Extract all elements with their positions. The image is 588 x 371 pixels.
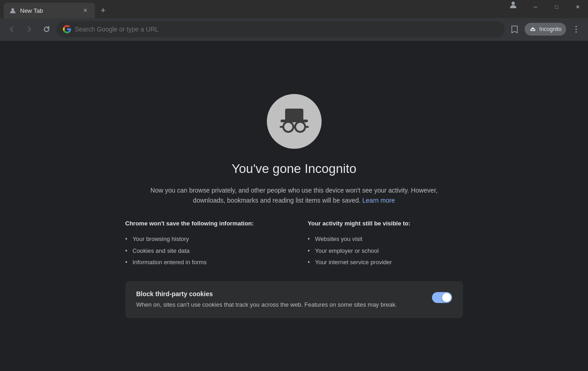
- tab-strip: New Tab ✕ +: [0, 0, 109, 18]
- svg-point-7: [576, 29, 577, 30]
- svg-point-6: [576, 26, 577, 27]
- tab-title-text: New Tab: [20, 7, 78, 14]
- incognito-chip-label: Incognito: [539, 26, 562, 32]
- maximize-button[interactable]: □: [546, 0, 567, 14]
- address-bar[interactable]: [57, 21, 505, 37]
- cookie-toggle-container: [432, 290, 452, 303]
- new-tab-button[interactable]: +: [97, 4, 109, 17]
- learn-more-link[interactable]: Learn more: [362, 197, 395, 204]
- main-content: You've gone Incognito Now you can browse…: [0, 41, 588, 371]
- page-description: Now you can browse privately, and other …: [135, 185, 454, 206]
- bookmark-button[interactable]: [507, 22, 522, 37]
- tab-close-button[interactable]: ✕: [81, 6, 89, 15]
- chrome-wont-save-list: Your browsing history Cookies and site d…: [125, 233, 281, 268]
- google-icon: [63, 25, 71, 33]
- incognito-chip-icon: [529, 26, 536, 33]
- chrome-wont-save-title: Chrome won't save the following informat…: [125, 220, 281, 227]
- cookie-description: When on, sites can't use cookies that tr…: [136, 300, 425, 309]
- chrome-wont-save-col: Chrome won't save the following informat…: [125, 220, 281, 268]
- reload-button[interactable]: [39, 22, 54, 37]
- activity-visible-title: Your activity might still be visible to:: [308, 220, 463, 227]
- cookie-box: Block third-party cookies When on, sites…: [125, 281, 463, 319]
- active-tab[interactable]: New Tab ✕: [4, 3, 95, 18]
- incognito-profile-chip[interactable]: Incognito: [525, 23, 566, 36]
- cookie-text: Block third-party cookies When on, sites…: [136, 290, 425, 309]
- titlebar: New Tab ✕ + ─ □ ✕: [0, 0, 588, 18]
- activity-visible-list: Websites you visit Your employer or scho…: [308, 233, 463, 268]
- list-item: Websites you visit: [308, 233, 463, 245]
- list-item: Your browsing history: [125, 233, 281, 245]
- two-column-section: Chrome won't save the following informat…: [125, 220, 463, 268]
- svg-point-8: [576, 31, 577, 33]
- chrome-menu-button[interactable]: [569, 22, 583, 37]
- toolbar: Incognito: [0, 18, 588, 40]
- cookie-toggle[interactable]: [432, 292, 452, 303]
- incognito-icon-circle: [267, 94, 322, 149]
- close-window-button[interactable]: ✕: [567, 0, 588, 14]
- profile-button[interactable]: [509, 0, 521, 13]
- page-title: You've gone Incognito: [232, 162, 357, 176]
- svg-rect-10: [285, 109, 303, 120]
- list-item: Information entered in forms: [125, 256, 281, 268]
- list-item: Cookies and site data: [125, 245, 281, 257]
- svg-point-12: [295, 122, 305, 132]
- svg-rect-5: [531, 30, 535, 31]
- search-input[interactable]: [75, 26, 498, 33]
- cookie-title: Block third-party cookies: [136, 290, 425, 298]
- svg-point-11: [283, 122, 293, 132]
- back-button[interactable]: [5, 22, 19, 37]
- activity-visible-col: Your activity might still be visible to:…: [308, 220, 463, 268]
- list-item: Your internet service provider: [308, 256, 463, 268]
- svg-point-1: [512, 2, 515, 5]
- toggle-knob: [442, 293, 451, 302]
- more-vert-icon: [572, 25, 580, 33]
- forward-button[interactable]: [22, 22, 36, 37]
- minimize-button[interactable]: ─: [525, 0, 546, 14]
- window-controls: ─ □ ✕: [509, 0, 588, 14]
- tab-favicon: [9, 7, 16, 14]
- list-item: Your employer or school: [308, 245, 463, 257]
- incognito-hat-glasses-icon: [276, 103, 312, 140]
